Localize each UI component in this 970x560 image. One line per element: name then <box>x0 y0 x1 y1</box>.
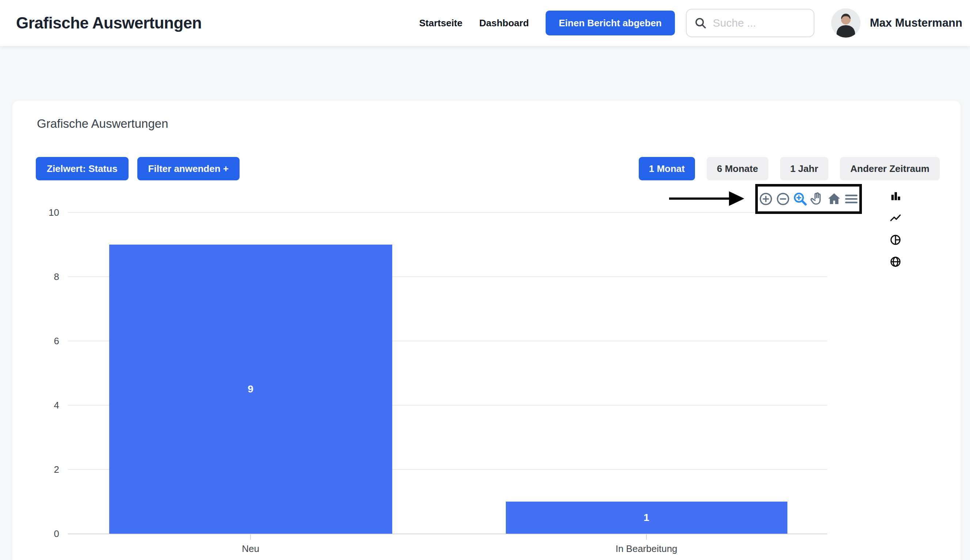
x-axis-label: In Bearbeitung <box>615 543 677 555</box>
y-tick-label: 8 <box>23 271 59 283</box>
y-tick-label: 2 <box>23 464 59 475</box>
nav-link-startseite[interactable]: Startseite <box>419 18 463 29</box>
bar-value-label: 1 <box>643 512 649 523</box>
app-title: Grafische Auswertungen <box>16 14 202 32</box>
pan-icon[interactable] <box>809 191 825 207</box>
globe-icon[interactable] <box>889 255 902 268</box>
bar-chart: 024681091NeuIn Bearbeitung <box>12 101 960 560</box>
bar-chart-icon[interactable] <box>889 190 902 203</box>
x-tick <box>646 535 647 540</box>
line-chart-icon[interactable] <box>889 212 902 225</box>
annotation-arrow <box>668 190 745 207</box>
zoom-out-icon[interactable] <box>775 191 791 207</box>
y-tick-label: 10 <box>23 207 59 218</box>
x-tick <box>250 535 251 540</box>
chart-type-switcher <box>889 190 902 268</box>
chart-panel: Grafische Auswertungen Zielwert: Status … <box>12 101 960 560</box>
box-zoom-icon[interactable] <box>792 191 808 207</box>
zoom-in-icon[interactable] <box>758 191 774 207</box>
y-tick-label: 0 <box>23 528 59 540</box>
search-icon <box>694 17 707 30</box>
y-gridline <box>68 212 827 213</box>
top-header: Grafische Auswertungen Startseite Dashbo… <box>0 0 970 46</box>
pie-chart-icon[interactable] <box>889 233 902 247</box>
bar-value-label: 9 <box>248 383 254 395</box>
menu-icon[interactable] <box>843 191 859 207</box>
submit-report-button[interactable]: Einen Bericht abgeben <box>546 11 675 35</box>
search-box[interactable] <box>686 9 815 37</box>
avatar[interactable] <box>831 8 860 38</box>
user-name: Max Mustermann <box>870 17 962 30</box>
y-tick-label: 4 <box>23 400 59 411</box>
home-icon[interactable] <box>826 191 842 207</box>
y-tick-label: 6 <box>23 335 59 347</box>
nav-link-dashboard[interactable]: Dashboard <box>479 18 529 29</box>
x-axis-label: Neu <box>242 543 259 555</box>
chart-toolbar <box>755 184 862 214</box>
search-input[interactable] <box>713 17 806 29</box>
avatar-image <box>831 8 860 38</box>
